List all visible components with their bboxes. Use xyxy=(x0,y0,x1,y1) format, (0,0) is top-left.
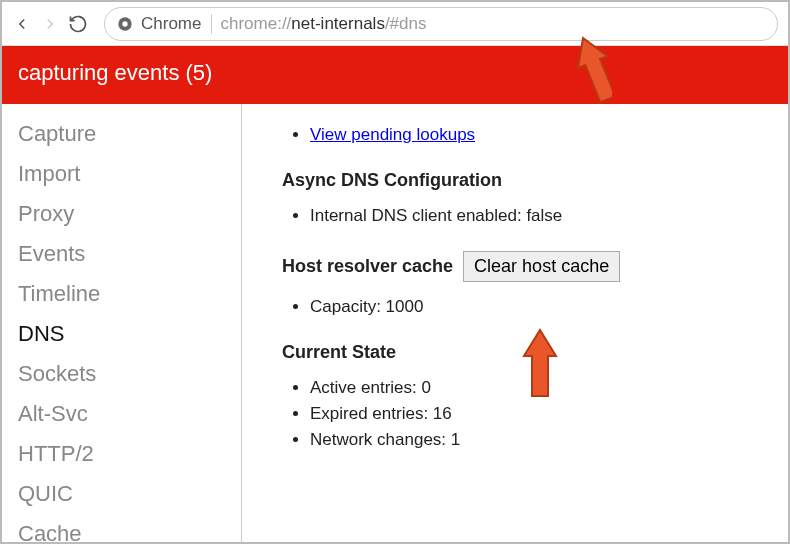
reload-icon[interactable] xyxy=(68,14,88,34)
list-item: Internal DNS client enabled: false xyxy=(310,203,760,229)
sidebar-item-alt-svc[interactable]: Alt-Svc xyxy=(18,394,241,434)
content: CaptureImportProxyEventsTimelineDNSSocke… xyxy=(2,104,788,544)
sidebar-item-capture[interactable]: Capture xyxy=(18,114,241,154)
omnibox-url: chrome://net-internals/#dns xyxy=(220,14,426,34)
svg-point-1 xyxy=(122,21,127,26)
browser-toolbar: Chrome chrome://net-internals/#dns xyxy=(2,2,788,46)
sidebar-item-cache[interactable]: Cache xyxy=(18,514,241,544)
sidebar-item-timeline[interactable]: Timeline xyxy=(18,274,241,314)
sidebar: CaptureImportProxyEventsTimelineDNSSocke… xyxy=(2,104,242,544)
list-item: Capacity: 1000 xyxy=(310,294,760,320)
sidebar-item-events[interactable]: Events xyxy=(18,234,241,274)
address-bar[interactable]: Chrome chrome://net-internals/#dns xyxy=(104,7,778,41)
list-item: Network changes: 1 xyxy=(310,427,760,453)
list-item: View pending lookups xyxy=(310,122,760,148)
current-state-heading: Current State xyxy=(282,342,760,363)
view-pending-link[interactable]: View pending lookups xyxy=(310,125,475,144)
host-resolver-row: Host resolver cache Clear host cache xyxy=(282,251,760,282)
sidebar-item-http-2[interactable]: HTTP/2 xyxy=(18,434,241,474)
sidebar-item-quic[interactable]: QUIC xyxy=(18,474,241,514)
omnibox-label: Chrome xyxy=(141,14,212,34)
capture-banner-text: capturing events (5) xyxy=(18,60,212,85)
back-icon[interactable] xyxy=(12,14,32,34)
host-resolver-label: Host resolver cache xyxy=(282,256,453,277)
list-item: Active entries: 0 xyxy=(310,375,760,401)
sidebar-item-sockets[interactable]: Sockets xyxy=(18,354,241,394)
capture-banner: capturing events (5) xyxy=(2,46,788,104)
main-panel: View pending lookups Async DNS Configura… xyxy=(242,104,788,544)
clear-host-cache-button[interactable]: Clear host cache xyxy=(463,251,620,282)
list-item: Expired entries: 16 xyxy=(310,401,760,427)
forward-icon[interactable] xyxy=(40,14,60,34)
chrome-icon xyxy=(117,16,133,32)
async-dns-heading: Async DNS Configuration xyxy=(282,170,760,191)
sidebar-item-import[interactable]: Import xyxy=(18,154,241,194)
sidebar-item-dns[interactable]: DNS xyxy=(18,314,241,354)
sidebar-item-proxy[interactable]: Proxy xyxy=(18,194,241,234)
